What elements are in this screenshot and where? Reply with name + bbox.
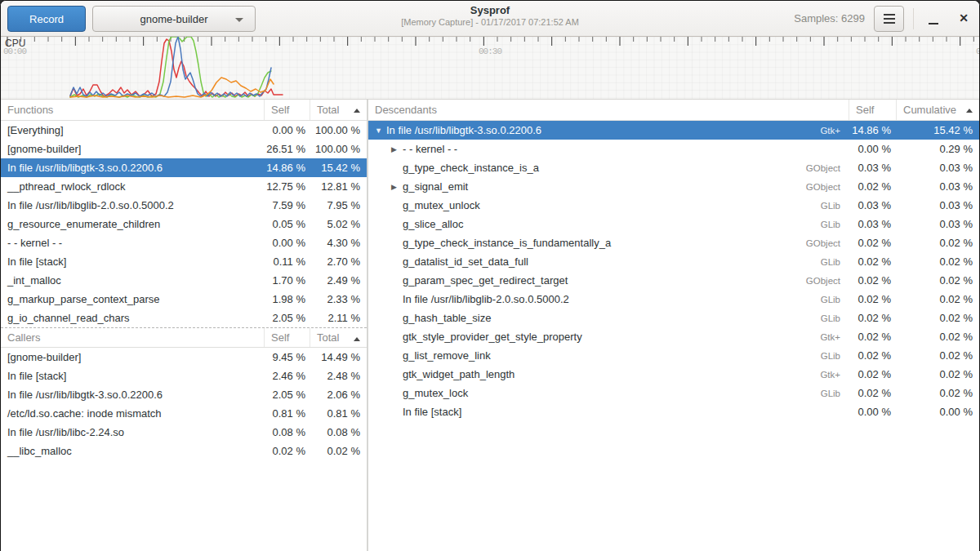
column-header-self[interactable]: Self <box>849 100 896 120</box>
table-row[interactable]: ▼ In file /usr/lib/libgtk-3.so.0.2200.6 … <box>368 121 979 140</box>
close-button[interactable]: ✕ <box>955 9 973 27</box>
column-header-descendants[interactable]: Descendants <box>368 100 849 120</box>
self-percent: 2.05 % <box>264 312 310 324</box>
descendant-name: g_param_spec_get_redirect_target <box>403 274 568 287</box>
sort-ascending-icon <box>354 337 360 341</box>
expander-icon[interactable]: ▶ <box>391 145 403 153</box>
table-row[interactable]: g_markup_parse_context_parse 1.98 % 2.33… <box>1 290 367 309</box>
cumulative-percent: 0.03 % <box>896 162 979 174</box>
self-percent: 0.00 % <box>264 237 310 249</box>
table-row[interactable]: In file /usr/lib/libgtk-3.so.0.2200.6 14… <box>1 158 367 177</box>
column-header-callers[interactable]: Callers <box>1 328 264 347</box>
descendants-table-header: Descendants Self Cumulative <box>368 100 979 121</box>
library-badge: GLib <box>821 295 849 304</box>
library-badge: GObject <box>806 182 849 192</box>
self-percent: 1.70 % <box>264 274 310 287</box>
descendant-name: - - kernel - - <box>403 143 457 155</box>
column-header-total-label: Total <box>317 331 339 344</box>
time-label-start: 00:00 <box>3 47 26 56</box>
cumulative-percent: 0.02 % <box>896 349 979 362</box>
table-row[interactable]: ▶ - - kernel - - 0.00 % 0.29 % <box>368 140 979 158</box>
table-row[interactable]: gtk_widget_path_length Gtk+ 0.02 % 0.02 … <box>368 365 979 384</box>
total-percent: 14.49 % <box>310 351 367 363</box>
function-name: __pthread_rwlock_rdlock <box>1 180 264 193</box>
column-header-functions[interactable]: Functions <box>1 100 264 120</box>
table-row[interactable]: __libc_malloc 0.02 % 0.02 % <box>1 442 367 460</box>
descendant-name: g_type_check_instance_is_fundamentally_a <box>403 237 611 249</box>
function-name: In file /usr/lib/libglib-2.0.so.0.5000.2 <box>1 199 264 211</box>
expander-icon[interactable]: ▶ <box>391 183 403 191</box>
library-badge: Gtk+ <box>820 332 849 342</box>
cumulative-percent: 15.42 % <box>896 124 979 136</box>
total-percent: 2.06 % <box>310 389 367 401</box>
table-row[interactable]: gtk_style_provider_get_style_property Gt… <box>368 327 979 346</box>
table-row[interactable]: g_param_spec_get_redirect_target GObject… <box>368 271 979 290</box>
self-percent: 0.03 % <box>849 162 896 174</box>
table-row[interactable]: g_resource_enumerate_children 0.05 % 5.0… <box>1 215 367 233</box>
total-percent: 100.00 % <box>310 124 367 136</box>
total-percent: 0.81 % <box>310 407 367 420</box>
self-percent: 0.00 % <box>264 124 310 136</box>
table-row[interactable]: g_type_check_instance_is_fundamentally_a… <box>368 233 979 252</box>
table-row[interactable]: In file /usr/lib/libgtk-3.so.0.2200.6 2.… <box>1 385 367 404</box>
column-header-self[interactable]: Self <box>264 328 310 347</box>
table-row[interactable]: [Everything] 0.00 % 100.00 % <box>1 121 367 140</box>
descendant-name: In file [stack] <box>403 406 461 418</box>
table-row[interactable]: g_list_remove_link GLib 0.02 % 0.02 % <box>368 346 979 365</box>
self-percent: 0.02 % <box>849 349 896 362</box>
table-row[interactable]: /etc/ld.so.cache: inode mismatch 0.81 % … <box>1 404 367 423</box>
table-row[interactable]: g_mutex_unlock GLib 0.03 % 0.03 % <box>368 196 979 215</box>
table-row[interactable]: In file /usr/lib/libglib-2.0.so.0.5000.2… <box>368 290 979 309</box>
table-row[interactable]: g_hash_table_size GLib 0.02 % 0.02 % <box>368 309 979 327</box>
samples-count: Samples: 6299 <box>794 12 865 24</box>
function-name: In file [stack] <box>1 370 264 382</box>
descendant-name: gtk_style_provider_get_style_property <box>403 331 582 343</box>
table-row[interactable]: _int_malloc 1.70 % 2.49 % <box>1 271 367 290</box>
table-row[interactable]: In file [stack] 2.46 % 2.48 % <box>1 367 367 385</box>
table-row[interactable]: g_mutex_lock GLib 0.02 % 0.02 % <box>368 384 979 402</box>
cumulative-percent: 0.00 % <box>896 406 979 418</box>
table-row[interactable]: In file [stack] 0.11 % 2.70 % <box>1 252 367 271</box>
descendants-table-body: ▼ In file /usr/lib/libgtk-3.so.0.2200.6 … <box>368 121 979 421</box>
total-percent: 15.42 % <box>310 162 367 174</box>
table-row[interactable]: __pthread_rwlock_rdlock 12.75 % 12.81 % <box>1 177 367 196</box>
column-header-self[interactable]: Self <box>264 100 310 120</box>
self-percent: 0.02 % <box>264 445 310 457</box>
table-row[interactable]: g_datalist_id_set_data_full GLib 0.02 % … <box>368 252 979 271</box>
total-percent: 0.08 % <box>310 426 367 438</box>
column-header-total[interactable]: Total <box>310 100 367 120</box>
table-row[interactable]: - - kernel - - 0.00 % 4.30 % <box>1 233 367 252</box>
table-row[interactable]: In file /usr/lib/libglib-2.0.so.0.5000.2… <box>1 196 367 215</box>
table-row[interactable]: In file /usr/lib/libc-2.24.so 0.08 % 0.0… <box>1 423 367 442</box>
total-percent: 100.00 % <box>310 143 367 155</box>
function-name: [Everything] <box>1 124 264 136</box>
descendants-table: Descendants Self Cumulative ▼ In file /u… <box>368 100 979 551</box>
expander-icon[interactable]: ▼ <box>375 127 386 135</box>
function-name: In file [stack] <box>1 256 264 268</box>
self-percent: 1.98 % <box>264 293 310 305</box>
total-percent: 2.49 % <box>310 274 367 287</box>
main-content: Functions Self Total [Everything] 0.00 %… <box>1 100 979 551</box>
self-percent: 0.11 % <box>264 256 310 268</box>
function-name: - - kernel - - <box>1 237 264 249</box>
table-row[interactable]: g_type_check_instance_is_a GObject 0.03 … <box>368 158 979 177</box>
descendant-name: g_type_check_instance_is_a <box>403 162 539 174</box>
descendant-name: gtk_widget_path_length <box>403 368 514 380</box>
table-row[interactable]: In file [stack] 0.00 % 0.00 % <box>368 402 979 421</box>
table-row[interactable]: g_io_channel_read_chars 2.05 % 2.11 % <box>1 309 367 327</box>
menu-button[interactable] <box>874 6 904 32</box>
cpu-graph-area[interactable]: CPU 00:00 00:30 01:00 <box>1 37 979 100</box>
self-percent: 0.03 % <box>849 199 896 211</box>
callers-table-body: [gnome-builder] 9.45 % 14.49 % In file [… <box>1 348 367 460</box>
descendant-name: g_mutex_unlock <box>403 199 480 211</box>
table-row[interactable]: ▶ g_signal_emit GObject 0.02 % 0.03 % <box>368 177 979 196</box>
table-row[interactable]: g_slice_alloc GLib 0.03 % 0.03 % <box>368 215 979 233</box>
table-row[interactable]: [gnome-builder] 9.45 % 14.49 % <box>1 348 367 367</box>
column-header-total[interactable]: Total <box>310 328 367 347</box>
sysprof-window: Record gnome-builder Sysprof [Memory Cap… <box>0 0 980 551</box>
column-header-cumulative[interactable]: Cumulative <box>896 100 979 120</box>
minimize-button[interactable] <box>925 11 942 27</box>
sort-ascending-icon <box>354 109 360 113</box>
table-row[interactable]: [gnome-builder] 26.51 % 100.00 % <box>1 140 367 158</box>
self-percent: 0.02 % <box>849 312 896 324</box>
